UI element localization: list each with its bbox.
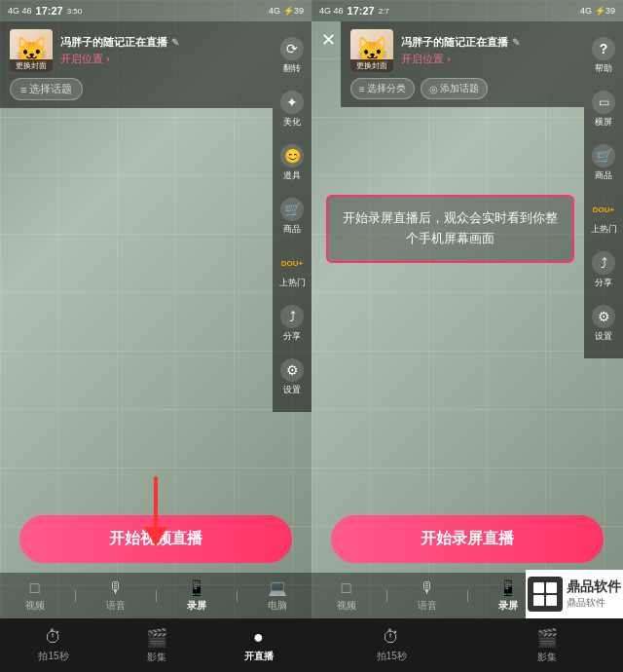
profile-name-right: 冯胖子的随记正在直播 ✎ bbox=[401, 35, 574, 50]
tab-separator-1 bbox=[75, 590, 76, 602]
tab-screen-right[interactable]: 📱 录屏 bbox=[498, 579, 518, 613]
status-bar-right: 4G 46 17:27 2:7 4G ⚡39 bbox=[312, 0, 623, 21]
svg-rect-3 bbox=[546, 582, 557, 593]
screen-tab-icon-r: 📱 bbox=[498, 579, 518, 597]
svg-rect-4 bbox=[533, 595, 544, 606]
svg-rect-5 bbox=[546, 595, 557, 606]
left-phone: 4G 46 17:27 3:50 4G ⚡39 🐱 更换封面 冯胖子的随记正在直… bbox=[0, 0, 312, 672]
cover-label-right[interactable]: 更换封面 bbox=[350, 59, 393, 72]
tab-sep-r1 bbox=[386, 590, 387, 602]
profile-row-right: 🐱 更换封面 冯胖子的随记正在直播 ✎ 开启位置 › bbox=[350, 29, 574, 72]
goods-btn[interactable]: 🛒 商品 bbox=[273, 190, 312, 243]
edit-icon-right[interactable]: ✎ bbox=[512, 37, 520, 48]
help-btn[interactable]: ? 帮助 bbox=[584, 29, 623, 83]
share-icon: ⤴ bbox=[280, 305, 304, 328]
album-icon-r: 🎬 bbox=[536, 627, 558, 649]
avatar-left[interactable]: 🐱 更换封面 bbox=[10, 29, 53, 72]
watermark: 鼎品软件 鼎品软件 bbox=[526, 570, 623, 618]
live-icon: ● bbox=[253, 627, 264, 648]
header-panel-right: 🐱 更换封面 冯胖子的随记正在直播 ✎ 开启位置 › ≡ 选择分类 ◎ bbox=[341, 21, 584, 107]
tag-row-left: ≡ 选择话题 bbox=[10, 78, 263, 100]
right-sidebar-left: ⟳ 翻转 ✦ 美化 😊 道具 🛒 商品 DOU+ 上热门 ⤴ 分享 ⚙ 设置 bbox=[273, 21, 312, 412]
profile-name-left: 冯胖子的随记正在直播 ✎ bbox=[60, 35, 263, 50]
settings-icon-r: ⚙ bbox=[592, 305, 615, 328]
share-btn[interactable]: ⤴ 分享 bbox=[273, 297, 312, 351]
app-tab-album-right[interactable]: 🎬 影集 bbox=[536, 627, 558, 664]
tab-voice-right[interactable]: 🎙 语音 bbox=[418, 579, 437, 613]
close-button[interactable]: ✕ bbox=[321, 29, 336, 51]
app-tab-15s-right[interactable]: ⏱ 拍15秒 bbox=[377, 627, 407, 663]
battery-right: 4G bbox=[580, 6, 592, 16]
arrow-indicator bbox=[127, 473, 185, 555]
arrow-svg bbox=[127, 473, 185, 551]
flip-icon: ⟳ bbox=[280, 37, 304, 60]
tools-btn[interactable]: 😊 道具 bbox=[273, 136, 312, 190]
watermark-title: 鼎品软件 bbox=[567, 579, 621, 596]
right-phone: 4G 46 17:27 2:7 4G ⚡39 ✕ 🐱 更换封面 冯胖子的随记正在… bbox=[312, 0, 623, 672]
album-icon: 🎬 bbox=[146, 627, 167, 649]
topic-btn-left[interactable]: ≡ 选择话题 bbox=[10, 78, 83, 100]
status-bar-left: 4G 46 17:27 3:50 4G ⚡39 bbox=[0, 0, 312, 21]
tab-separator-2 bbox=[156, 590, 157, 602]
signal-dots-r: 2:7 bbox=[379, 7, 389, 16]
svg-rect-2 bbox=[533, 582, 544, 593]
profile-row-left: 🐱 更换封面 冯胖子的随记正在直播 ✎ 开启位置 › bbox=[10, 29, 263, 72]
pc-tab-icon: 💻 bbox=[268, 579, 287, 597]
beauty-btn[interactable]: ✦ 美化 bbox=[273, 83, 312, 136]
app-tab-live-left[interactable]: ● 开直播 bbox=[244, 627, 274, 663]
tab-video-right[interactable]: □ 视频 bbox=[337, 579, 356, 613]
right-sidebar-right: ? 帮助 ▭ 横屏 🛒 商品 DOU+ 上热门 ⤴ 分享 ⚙ 设置 bbox=[584, 21, 623, 358]
tab-separator-3 bbox=[237, 590, 238, 602]
tab-bar-left: □ 视频 🎙 语音 📱 录屏 💻 电脑 bbox=[0, 573, 312, 618]
notice-text: 开始录屏直播后，观众会实时看到你整个手机屏幕画面 bbox=[340, 208, 561, 249]
battery-left: 4G bbox=[269, 6, 280, 16]
app-tab-15s-left[interactable]: ⏱ 拍15秒 bbox=[38, 627, 68, 663]
app-bottom-tabs-left: ⏱ 拍15秒 🎬 影集 ● 开直播 bbox=[0, 618, 312, 672]
open-position-right[interactable]: 开启位置 › bbox=[401, 52, 574, 66]
voice-tab-icon-r: 🎙 bbox=[420, 579, 435, 597]
help-icon: ? bbox=[592, 37, 615, 60]
category-row-right: ≡ 选择分类 ◎ 添加话题 bbox=[350, 78, 574, 99]
dou-icon: DOU+ bbox=[280, 251, 304, 275]
tools-icon: 😊 bbox=[280, 144, 304, 168]
profile-info-left: 冯胖子的随记正在直播 ✎ 开启位置 › bbox=[60, 35, 263, 66]
avatar-right[interactable]: 🐱 更换封面 bbox=[350, 29, 393, 72]
tab-video-left[interactable]: □ 视频 bbox=[25, 579, 45, 613]
network-indicator-r: 4G 46 bbox=[319, 6, 344, 16]
open-position-left[interactable]: 开启位置 › bbox=[60, 52, 263, 66]
settings-icon: ⚙ bbox=[280, 358, 304, 382]
watermark-logo-svg bbox=[531, 580, 559, 608]
watermark-subtitle: 鼎品软件 bbox=[567, 596, 621, 610]
app-tab-album-left[interactable]: 🎬 影集 bbox=[146, 627, 167, 664]
dou-btn[interactable]: DOU+ 上热门 bbox=[273, 243, 312, 297]
video-tab-icon: □ bbox=[30, 579, 40, 597]
dou-btn-r[interactable]: DOU+ 上热门 bbox=[584, 190, 623, 243]
tab-screen-left[interactable]: 📱 录屏 bbox=[187, 579, 206, 613]
profile-info-right: 冯胖子的随记正在直播 ✎ 开启位置 › bbox=[401, 35, 574, 66]
flip-btn[interactable]: ⟳ 翻转 bbox=[273, 29, 312, 83]
notice-box: 开始录屏直播后，观众会实时看到你整个手机屏幕画面 bbox=[326, 195, 574, 263]
tab-sep-r2 bbox=[467, 590, 468, 602]
tab-pc-left[interactable]: 💻 电脑 bbox=[268, 579, 287, 613]
topic-btn-right[interactable]: ◎ 添加话题 bbox=[421, 78, 488, 99]
share-btn-r[interactable]: ⤴ 分享 bbox=[584, 243, 623, 297]
signal-dots: 3:50 bbox=[67, 7, 83, 16]
edit-icon-left[interactable]: ✎ bbox=[171, 37, 179, 48]
voice-tab-icon: 🎙 bbox=[108, 579, 124, 597]
category-btn[interactable]: ≡ 选择分类 bbox=[350, 78, 415, 99]
goods-btn-r[interactable]: 🛒 商品 bbox=[584, 136, 623, 190]
settings-btn-r[interactable]: ⚙ 设置 bbox=[584, 297, 623, 351]
beauty-icon: ✦ bbox=[280, 91, 304, 114]
network-indicator: 4G 46 bbox=[8, 6, 32, 16]
landscape-btn[interactable]: ▭ 横屏 bbox=[584, 83, 623, 136]
goods-icon: 🛒 bbox=[280, 198, 304, 221]
battery-icon-left: ⚡39 bbox=[283, 6, 304, 16]
tab-voice-left[interactable]: 🎙 语音 bbox=[106, 579, 126, 613]
start-screen-btn[interactable]: 开始录屏直播 bbox=[331, 515, 604, 563]
cover-label-left[interactable]: 更换封面 bbox=[10, 59, 53, 72]
share-icon-r: ⤴ bbox=[592, 251, 615, 275]
dou-icon-r: DOU+ bbox=[592, 198, 615, 221]
time-left: 17:27 bbox=[36, 5, 63, 17]
app-bottom-tabs-right: ⏱ 拍15秒 🎬 影集 鼎品软件 鼎品软件 bbox=[312, 618, 623, 672]
settings-btn[interactable]: ⚙ 设置 bbox=[273, 351, 312, 404]
